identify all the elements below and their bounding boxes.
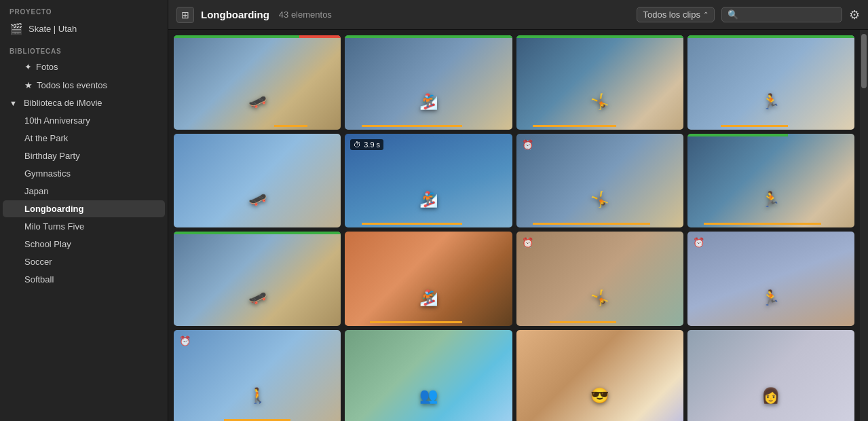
clip-item[interactable]: 🚶⏰	[174, 330, 341, 421]
clip-bottom-bar	[704, 223, 820, 225]
library-name: Biblioteca de iMovie	[24, 98, 102, 108]
clip-item[interactable]: 👩	[687, 330, 854, 421]
clip-overlay-icon: ⏰	[522, 237, 533, 248]
clip-bottom-bar	[362, 125, 462, 127]
filter-dropdown[interactable]: Todos los clips ⌃	[637, 7, 715, 22]
person-figure: 😎	[590, 387, 609, 405]
clip-item[interactable]: 🏃	[687, 134, 854, 228]
clip-top-bar	[174, 35, 341, 38]
scrollbar-thumb[interactable]	[861, 34, 867, 88]
clip-grid: 🛹🏂🤸🏃🛹🏂⏱3.9 s🤸⏰🏃🛹🏂🤸⏰🏃⏰🚶⏰👥😎👩	[174, 35, 854, 421]
clip-item[interactable]: 🤸⏰	[516, 134, 683, 228]
skater-figure: 🏃	[761, 93, 780, 111]
skater-figure: 🤸	[590, 93, 609, 111]
sidebar-item-birthday-party[interactable]: Birthday Party	[3, 147, 165, 164]
fotos-icon: ✦	[24, 62, 32, 72]
person-figure: 👩	[761, 387, 780, 405]
search-box[interactable]: 🔍	[721, 7, 842, 22]
clip-top-bar	[174, 232, 341, 234]
clip-overlay-icon: ⏰	[179, 335, 191, 346]
clip-grid-scroll[interactable]: 🛹🏂🤸🏃🛹🏂⏱3.9 s🤸⏰🏃🛹🏂🤸⏰🏃⏰🚶⏰👥😎👩	[168, 30, 860, 421]
clip-bottom-bar	[362, 223, 462, 225]
toolbar-count: 43 elementos	[279, 10, 332, 20]
clip-item[interactable]: 🛹	[174, 35, 341, 130]
sidebar-item-soccer[interactable]: Soccer	[3, 253, 165, 270]
clip-overlay-icon: ⏰	[693, 237, 704, 248]
project-name: Skate | Utah	[29, 24, 77, 34]
sidebar-item-school-play[interactable]: School Play	[3, 236, 165, 253]
clip-item[interactable]: 🤸	[516, 35, 683, 130]
skater-figure: 🏃	[761, 191, 780, 208]
clip-item[interactable]: 🏂⏱3.9 s	[345, 134, 512, 228]
chevron-down-icon: ⌃	[703, 11, 709, 18]
search-input[interactable]	[741, 10, 836, 20]
clip-overlay-icon: ⏰	[522, 139, 533, 150]
libraries-section-label: BIBLIOTECAS	[0, 39, 168, 58]
skater-figure: 🏂	[419, 289, 438, 307]
sidebar-item-japan[interactable]: Japan	[3, 183, 165, 200]
settings-icon[interactable]: ⚙	[849, 7, 860, 22]
toolbar-title: Longboarding	[201, 9, 269, 20]
sidebar-item-softball[interactable]: Softball	[3, 271, 165, 288]
expand-icon: ▼	[10, 99, 17, 107]
sidebar-item-milo-turns-five[interactable]: Milo Turns Five	[3, 218, 165, 235]
clip-item[interactable]: 😎	[516, 330, 683, 421]
star-icon: ★	[24, 80, 33, 90]
scrollbar-track[interactable]	[860, 30, 868, 421]
clip-item[interactable]: 🏂	[345, 35, 512, 130]
sidebar-item-gymnastics[interactable]: Gymnastics	[3, 165, 165, 182]
sidebar-toggle-button[interactable]: ⊞	[176, 7, 194, 23]
project-section-label: PROYECTO	[0, 0, 168, 18]
clip-item[interactable]: 🤸⏰	[516, 232, 683, 326]
clip-top-bar	[516, 35, 683, 38]
person-figure: 🚶	[248, 387, 267, 405]
clip-top-bar	[345, 35, 512, 38]
sidebar-item-anniversary[interactable]: 10th Anniversary	[3, 112, 165, 129]
duration-text: 3.9 s	[364, 141, 380, 149]
clip-bottom-bar	[550, 321, 617, 323]
todos-eventos-label: Todos los eventos	[37, 80, 107, 90]
clock-icon: ⏱	[354, 141, 361, 149]
clip-bottom-bar	[274, 125, 307, 127]
clip-item[interactable]: 🛹	[174, 134, 341, 228]
clip-top-bar	[687, 134, 854, 136]
content-area: 🛹🏂🤸🏃🛹🏂⏱3.9 s🤸⏰🏃🛹🏂🤸⏰🏃⏰🚶⏰👥😎👩	[168, 30, 868, 421]
sidebar-item-at-the-park[interactable]: At the Park	[3, 130, 165, 147]
sidebar-items: 10th AnniversaryAt the ParkBirthday Part…	[0, 111, 168, 289]
clip-top-bar	[687, 35, 854, 38]
skater-figure: 🤸	[590, 289, 609, 307]
search-icon: 🔍	[728, 10, 738, 20]
skater-figure: 🏂	[419, 93, 438, 111]
clip-bottom-bar	[721, 125, 788, 127]
fotos-label: Fotos	[36, 62, 58, 72]
clip-bottom-bar	[370, 321, 461, 323]
toolbar: ⊞ Longboarding 43 elementos Todos los cl…	[168, 0, 868, 30]
clip-duration-badge: ⏱3.9 s	[350, 139, 383, 150]
project-icon: 🎬	[10, 22, 23, 35]
clip-item[interactable]: 🏂	[345, 232, 512, 326]
sidebar: PROYECTO 🎬 Skate | Utah BIBLIOTECAS ✦ Fo…	[0, 0, 168, 421]
clip-bottom-bar	[533, 223, 649, 225]
sidebar-item-fotos[interactable]: ✦ Fotos	[3, 58, 165, 75]
clip-item[interactable]: 🛹	[174, 232, 341, 326]
skater-figure: 🛹	[248, 191, 267, 208]
skater-figure: 🏃	[761, 289, 780, 307]
sidebar-item-longboarding[interactable]: Longboarding	[3, 200, 165, 217]
skater-figure: 🏂	[419, 191, 438, 208]
main-panel: ⊞ Longboarding 43 elementos Todos los cl…	[168, 0, 868, 421]
sidebar-item-todos-eventos[interactable]: ★ Todos los eventos	[3, 77, 165, 94]
filter-label: Todos los clips	[643, 10, 700, 20]
person-figure: 👥	[419, 387, 438, 405]
skater-figure: 🛹	[248, 289, 267, 307]
skater-figure: 🛹	[248, 93, 267, 111]
clip-item[interactable]: 🏃	[687, 35, 854, 130]
clip-item[interactable]: 🏃⏰	[687, 232, 854, 326]
clip-bottom-bar	[533, 125, 616, 127]
clip-item[interactable]: 👥	[345, 330, 512, 421]
project-item[interactable]: 🎬 Skate | Utah	[0, 18, 168, 39]
skater-figure: 🤸	[590, 191, 609, 208]
library-header[interactable]: ▼ Biblioteca de iMovie	[0, 94, 168, 111]
